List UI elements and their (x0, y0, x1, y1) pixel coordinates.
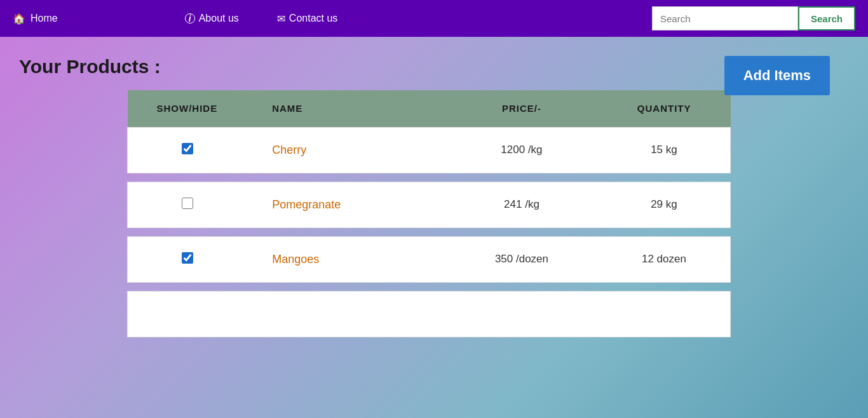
main-content: Add Items Your Products : SHOW/HIDE NAME… (0, 37, 868, 418)
table-row-gap (128, 227, 731, 236)
products-table: SHOW/HIDE NAME PRICE/- QUANTITY Cherry12… (127, 90, 731, 337)
contact-us-link[interactable]: ✉ Contact us (277, 13, 337, 25)
nav-home-link[interactable]: 🏠 Home (13, 13, 58, 25)
table-row (128, 291, 731, 337)
nav-search: Search (652, 6, 855, 30)
about-us-link[interactable]: i About us (185, 13, 239, 24)
show-hide-checkbox[interactable] (182, 252, 193, 264)
add-items-button[interactable]: Add Items (724, 56, 830, 95)
table-header-row: SHOW/HIDE NAME PRICE/- QUANTITY (128, 90, 731, 127)
col-header-price: PRICE/- (445, 90, 598, 127)
product-price-cell (445, 291, 598, 337)
product-name-cell: Mangoes (247, 236, 445, 282)
product-name-cell: Pomegranate (247, 182, 445, 227)
home-icon: 🏠 (13, 13, 25, 25)
table-row: Pomegranate241 /kg29 kg (128, 182, 731, 227)
product-price-cell: 350 /dozen (445, 236, 598, 282)
contact-us-label: Contact us (289, 13, 337, 24)
show-hide-cell (128, 182, 247, 227)
product-price-cell: 241 /kg (445, 182, 598, 227)
home-label: Home (31, 13, 58, 24)
product-quantity-cell: 15 kg (598, 127, 731, 173)
col-header-show-hide: SHOW/HIDE (128, 90, 247, 127)
col-header-name: NAME (247, 90, 445, 127)
show-hide-checkbox[interactable] (182, 143, 193, 154)
show-hide-cell (128, 291, 247, 337)
search-button[interactable]: Search (798, 6, 855, 30)
product-quantity-cell (598, 291, 731, 337)
info-icon: i (185, 13, 195, 24)
product-quantity-cell: 12 dozen (598, 236, 731, 282)
mail-icon: ✉ (277, 13, 285, 25)
show-hide-cell (128, 236, 247, 282)
product-price-cell: 1200 /kg (445, 127, 598, 173)
product-name-cell (247, 291, 445, 337)
show-hide-cell (128, 127, 247, 173)
table-row-gap (128, 282, 731, 291)
table-row-gap (128, 173, 731, 182)
show-hide-checkbox[interactable] (182, 198, 193, 209)
table-row: Cherry1200 /kg15 kg (128, 127, 731, 173)
search-input[interactable] (652, 6, 798, 30)
table-row: Mangoes350 /dozen12 dozen (128, 236, 731, 282)
product-name-cell: Cherry (247, 127, 445, 173)
about-us-label: About us (199, 13, 239, 24)
col-header-quantity: QUANTITY (598, 90, 731, 127)
nav-links: i About us ✉ Contact us (185, 13, 338, 25)
navbar: 🏠 Home i About us ✉ Contact us Search (0, 0, 868, 37)
product-quantity-cell: 29 kg (598, 182, 731, 227)
